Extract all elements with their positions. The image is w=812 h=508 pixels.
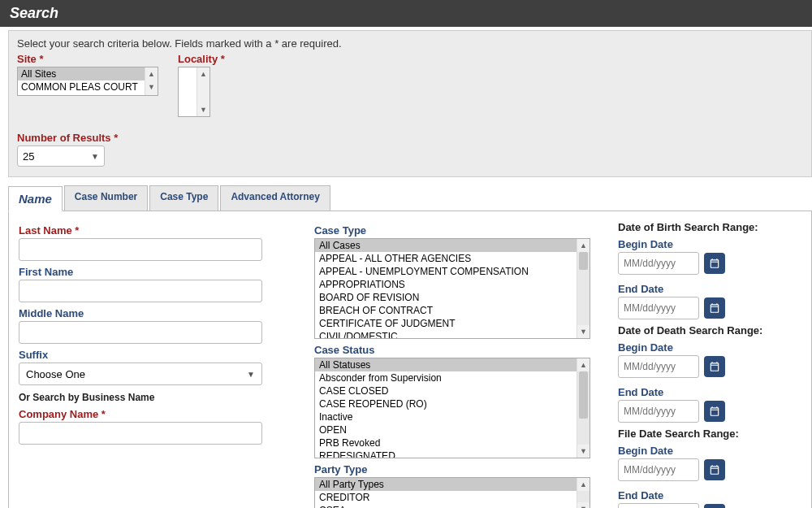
site-listbox[interactable]: All Sites COMMON PLEAS COURT ▲ ▼ [17, 67, 158, 96]
scrollbar[interactable]: ▲ ▼ [145, 67, 158, 95]
list-item[interactable]: All Statuses [315, 358, 590, 371]
dod-begin-label: Begin Date [618, 341, 788, 354]
calendar-icon [709, 464, 720, 475]
calendar-button[interactable] [704, 504, 725, 508]
scroll-up-icon[interactable]: ▲ [577, 358, 590, 371]
calendar-icon [709, 406, 720, 417]
scrollbar[interactable]: ▲▼ [577, 478, 590, 508]
calendar-icon [709, 302, 720, 314]
file-begin-label: Begin Date [618, 445, 788, 457]
scroll-down-icon[interactable]: ▼ [577, 445, 590, 458]
scroll-down-icon[interactable]: ▼ [197, 103, 209, 116]
last-name-input[interactable] [19, 238, 262, 261]
party-type-listbox[interactable]: All Party Types CREDITOR CSEA ▲▼ [314, 477, 590, 508]
scrollbar[interactable]: ▲▼ [577, 239, 590, 338]
tab-case-type[interactable]: Case Type [149, 185, 218, 211]
file-end-input[interactable] [618, 503, 699, 508]
dob-begin-input[interactable] [618, 252, 699, 275]
scroll-down-icon[interactable]: ▼ [577, 325, 590, 338]
calendar-button[interactable] [704, 356, 725, 377]
list-item[interactable]: OPEN [315, 423, 590, 436]
case-type-listbox[interactable]: All Cases APPEAL - ALL OTHER AGENCIES AP… [314, 238, 590, 339]
first-name-input[interactable] [19, 280, 262, 302]
list-item[interactable]: All Party Types [315, 478, 590, 491]
file-end-label: End Date [618, 489, 788, 501]
dob-range-header: Date of Birth Search Range: [618, 221, 788, 233]
case-type-label: Case Type [314, 224, 598, 237]
dob-end-input[interactable] [618, 297, 699, 319]
num-results-select[interactable]: 25 ▼ [17, 145, 105, 167]
middle-name-label: Middle Name [19, 307, 295, 319]
middle-name-input[interactable] [19, 321, 262, 344]
case-status-listbox[interactable]: All Statuses Absconder from Supervision … [314, 358, 590, 458]
dod-begin-input[interactable] [618, 355, 699, 378]
list-item[interactable]: CIVIL/DOMESTIC [315, 330, 590, 339]
scroll-down-icon[interactable]: ▼ [145, 80, 158, 93]
dob-begin-label: Begin Date [618, 238, 788, 250]
company-name-input[interactable] [19, 422, 262, 445]
dod-end-label: End Date [618, 386, 788, 398]
site-label: Site * [17, 53, 158, 65]
calendar-button[interactable] [704, 297, 725, 319]
suffix-select[interactable]: Choose One ▼ [19, 363, 262, 385]
calendar-button[interactable] [704, 253, 725, 274]
search-tabs: Name Case Number Case Type Advanced Atto… [8, 185, 812, 211]
chevron-down-icon: ▼ [91, 152, 99, 161]
scroll-down-icon[interactable]: ▼ [577, 502, 590, 508]
list-item[interactable]: Absconder from Supervision [315, 371, 590, 384]
party-type-label: Party Type [314, 463, 598, 475]
scroll-up-icon[interactable]: ▲ [577, 478, 590, 491]
tab-advanced-attorney[interactable]: Advanced Attorney [220, 185, 330, 211]
dob-end-label: End Date [618, 283, 788, 295]
list-item[interactable]: BREACH OF CONTRACT [315, 304, 590, 317]
file-begin-input[interactable] [618, 458, 699, 481]
list-item[interactable]: APPEAL - ALL OTHER AGENCIES [315, 252, 590, 265]
list-item[interactable]: APPROPRIATIONS [315, 278, 590, 291]
dod-end-input[interactable] [618, 400, 699, 423]
site-option[interactable]: All Sites [18, 67, 158, 80]
calendar-button[interactable] [704, 401, 725, 422]
tab-content: Last Name * First Name Middle Name Suffi… [8, 211, 812, 508]
calendar-icon [709, 258, 720, 269]
company-name-label: Company Name * [19, 408, 295, 420]
list-item[interactable]: CASE CLOSED [315, 384, 590, 397]
list-item[interactable]: CERTIFICATE OF JUDGMENT [315, 317, 590, 330]
scrollbar[interactable]: ▲▼ [577, 358, 590, 458]
calendar-icon [709, 361, 720, 372]
calendar-button[interactable] [704, 459, 725, 480]
list-item[interactable]: APPEAL - UNEMPLOYMENT COMPENSATION [315, 265, 590, 278]
locality-label: Locality * [178, 53, 225, 65]
scroll-up-icon[interactable]: ▲ [197, 67, 209, 80]
list-item[interactable]: CASE REOPENED (RO) [315, 397, 590, 410]
list-item[interactable]: PRB Revoked [315, 436, 590, 449]
list-item[interactable]: Inactive [315, 410, 590, 423]
site-option[interactable]: COMMON PLEAS COURT [18, 80, 158, 93]
list-item[interactable]: CREDITOR [315, 491, 590, 504]
locality-listbox[interactable]: ▲ ▼ [178, 67, 210, 117]
num-results-label: Number of Results * [17, 132, 803, 144]
scrollbar[interactable]: ▲ ▼ [197, 67, 209, 116]
scroll-up-icon[interactable]: ▲ [577, 239, 590, 252]
list-item[interactable]: BOARD OF REVISION [315, 291, 590, 304]
scroll-thumb[interactable] [579, 371, 588, 419]
page-header: Search [0, 0, 812, 27]
scroll-up-icon[interactable]: ▲ [145, 67, 158, 80]
tab-name[interactable]: Name [8, 186, 63, 211]
or-search-label: Or Search by Business Name [19, 392, 295, 403]
instruction-text: Select your search criteria below. Field… [17, 37, 803, 50]
last-name-label: Last Name * [19, 224, 295, 237]
chevron-down-icon: ▼ [247, 370, 255, 379]
tab-case-number[interactable]: Case Number [64, 185, 148, 211]
suffix-label: Suffix [19, 349, 295, 361]
page-title: Search [10, 5, 58, 21]
search-criteria-panel: Select your search criteria below. Field… [8, 30, 812, 177]
file-date-range-header: File Date Search Range: [618, 428, 788, 440]
list-item[interactable]: All Cases [315, 239, 590, 252]
list-item[interactable]: REDESIGNATED [315, 449, 590, 458]
dod-range-header: Date of Death Search Range: [618, 324, 788, 336]
list-item[interactable]: CSEA [315, 504, 590, 508]
case-status-label: Case Status [314, 344, 598, 356]
first-name-label: First Name [19, 266, 295, 278]
scroll-thumb[interactable] [579, 252, 588, 270]
